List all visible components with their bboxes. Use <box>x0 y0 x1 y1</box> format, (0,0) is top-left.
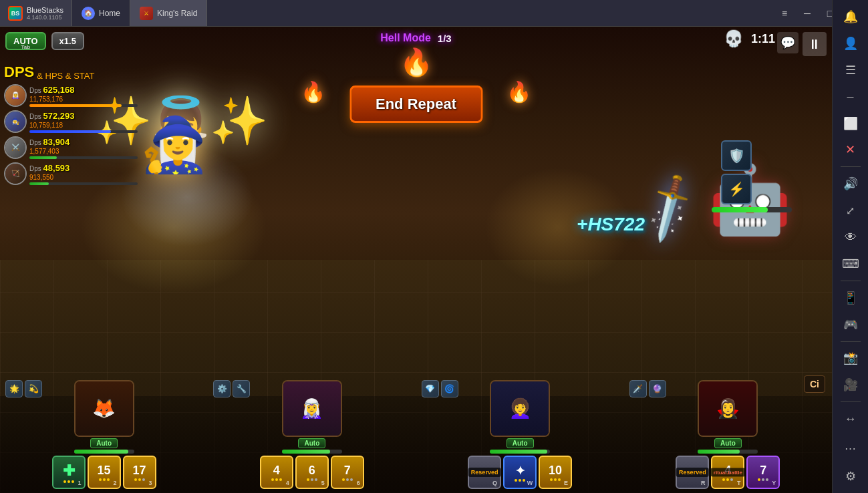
eye-icon[interactable]: 👁 <box>839 226 863 249</box>
hero4-health-bar <box>698 450 758 454</box>
hero-unit-1: 🦊 🌟 💫 Auto ✚ 1 15 <box>0 380 208 489</box>
hell-mode-info: Hell Mode 1/3 <box>380 32 451 44</box>
hero3-skill-3[interactable]: 10 E <box>539 456 572 489</box>
minimize-window-icon[interactable]: ─ <box>839 86 863 108</box>
ritual-badge-4: ritual.battle <box>711 468 745 477</box>
dps-header: DPS & HPS & STAT <box>4 63 138 81</box>
enemy-health-fill <box>712 207 768 212</box>
character-witch: 🧙‍♀️ <box>140 114 207 176</box>
hero-avatar-3: ⚔️ <box>4 136 27 159</box>
hero-unit-4: 🧛‍♀️ 🗡️ 🔮 Auto Reserved R 4 <box>624 380 832 489</box>
enemy-health-bar <box>712 207 792 212</box>
bluestacks-title: BlueStacks <box>27 6 63 14</box>
home-icon: 🏠 <box>82 7 95 20</box>
auto-button[interactable]: AUTO Tab <box>5 32 46 50</box>
pause-button[interactable]: ⏸ <box>803 32 827 56</box>
close-window-icon[interactable]: ✕ <box>839 138 863 161</box>
gamepad-icon[interactable]: 🎮 <box>839 313 863 336</box>
fullscreen-icon[interactable]: ⤢ <box>839 199 863 222</box>
speed-button[interactable]: x1.5 <box>51 32 84 50</box>
menu-btn[interactable]: ≡ <box>774 5 794 22</box>
dps-sub-4: 913,550 <box>29 174 138 181</box>
hero-unit-3: 👩‍🦱 💎 🌀 Auto Reserved Q ✦ <box>416 380 624 489</box>
dps-value-2: 572,293 <box>43 111 75 121</box>
reserved-badge-3: Reserved <box>468 468 501 477</box>
tab-label: Tab <box>21 44 30 50</box>
dps-value-4: 48,593 <box>43 163 70 173</box>
hero3-passive-icon: 💎 <box>422 380 439 397</box>
hero3-skill-2[interactable]: ✦ W <box>503 456 537 489</box>
camera-alt-icon[interactable]: 📸 <box>839 347 863 370</box>
more-options-icon[interactable]: … <box>839 434 863 457</box>
phone-icon[interactable]: 📱 <box>839 287 863 309</box>
dps-row-4: 🏹 Dps 48,593 913,550 <box>4 162 138 185</box>
bluestacks-tab[interactable]: BS BlueStacks 4.140.0.1105 <box>0 0 72 26</box>
kings-raid-label: King's Raid <box>157 9 197 18</box>
hero4-skills: Reserved R 4 ritual.battle T 7 Y <box>676 456 780 489</box>
hero-3-stats: Dps 83,904 1,577,403 <box>29 136 138 159</box>
hero3-auto-badge: Auto <box>507 438 534 448</box>
menu-icon[interactable]: ☰ <box>839 59 863 81</box>
bottom-ui: 🦊 🌟 💫 Auto ✚ 1 15 <box>0 396 832 493</box>
hero-avatar-4: 🏹 <box>4 162 27 185</box>
hero2-skills: 4 4 6 5 7 6 <box>260 456 364 489</box>
torch-left: 🔥 <box>301 80 325 104</box>
chat-button[interactable]: 💬 <box>777 32 799 53</box>
hero-portrait-2: 🧝‍♀️ <box>282 380 342 437</box>
damage-number: +HS722 <box>577 214 645 235</box>
hero1-skill-1[interactable]: ✚ 1 <box>52 456 86 489</box>
settings-icon[interactable]: ⚙ <box>839 465 863 488</box>
minimize-btn[interactable]: ─ <box>797 5 817 22</box>
hero3-skills: Reserved Q ✦ W 10 E <box>468 456 572 489</box>
hero2-skill-1[interactable]: 4 4 <box>260 456 293 489</box>
hero-portrait-4: 🧛‍♀️ <box>698 380 758 437</box>
hero1-skill-3[interactable]: 17 3 <box>123 456 156 489</box>
separator-1 <box>841 166 861 167</box>
hero2-skill-2[interactable]: 6 5 <box>295 456 329 489</box>
hero2-passive-icon2: 🔧 <box>233 380 250 397</box>
keyboard-icon[interactable]: ⌨ <box>839 253 863 275</box>
kings-raid-tab[interactable]: ⚔ King's Raid <box>130 0 207 26</box>
dps-sub-2: 10,759,118 <box>29 122 138 129</box>
transfer-icon[interactable]: ↔ <box>839 407 863 430</box>
hell-mode-label: Hell Mode <box>380 32 431 44</box>
home-label: Home <box>99 9 120 18</box>
hero-4-stats: Dps 48,593 913,550 <box>29 162 138 185</box>
separator-4 <box>841 401 861 402</box>
hero4-passive-icon2: 🔮 <box>649 380 666 397</box>
volume-icon[interactable]: 🔊 <box>839 172 863 195</box>
notification-icon[interactable]: 🔔 <box>839 5 863 28</box>
hero4-auto-badge: Auto <box>714 438 742 448</box>
dps-panel: DPS & HPS & STAT 🧝‍♀️ Dps 625,168 11,753… <box>4 63 138 188</box>
hero3-passive-icon2: 🌀 <box>441 380 458 397</box>
bluestacks-version: 4.140.0.1105 <box>27 14 63 21</box>
dps-row-2: 🧙‍♀️ Dps 572,293 10,759,118 <box>4 110 138 133</box>
resize-window-icon[interactable]: ⬜ <box>839 112 863 135</box>
skull-icon: 💀 <box>724 29 745 51</box>
hero1-skills: ✚ 1 15 2 17 3 <box>52 456 156 489</box>
end-repeat-button[interactable]: End Repeat <box>349 86 482 123</box>
hero1-health-bar <box>74 450 134 454</box>
hero1-passive-icon: 🌟 <box>5 380 23 397</box>
hero1-skill-2[interactable]: 15 2 <box>88 456 121 489</box>
hero3-skill-1[interactable]: Reserved Q <box>468 456 501 489</box>
dps-value-3: 83,904 <box>43 137 70 147</box>
profile-icon[interactable]: 👤 <box>839 32 863 55</box>
hero4-skill-3[interactable]: 7 Y <box>746 456 780 489</box>
hero-avatar-1: 🧝‍♀️ <box>4 84 27 107</box>
home-tab[interactable]: 🏠 Home <box>72 0 130 26</box>
enemy-skill-2: ⚡ <box>721 174 752 204</box>
hero4-skill-1[interactable]: Reserved R <box>676 456 709 489</box>
dps-value-1: 625,168 <box>43 85 75 95</box>
dps-row-3: ⚔️ Dps 83,904 1,577,403 <box>4 136 138 159</box>
timer-display: 1:11 <box>751 32 775 46</box>
torch-center: 🔥 <box>400 47 433 78</box>
separator-3 <box>841 341 861 342</box>
game-area: 🔥 🔥 🔥 ✨👼✨ 🧙‍♀️ 🗡️ 🤖 AUTO Tab x1.5 Hell M… <box>0 27 832 493</box>
video-icon[interactable]: 🎥 <box>839 373 863 396</box>
dps-sub-3: 1,577,403 <box>29 148 138 155</box>
titlebar: BS BlueStacks 4.140.0.1105 🏠 Home ⚔ King… <box>0 0 868 27</box>
enemy-skills-panel: 🛡️ ⚡ <box>721 140 752 204</box>
hero2-skill-3[interactable]: 7 6 <box>331 456 364 489</box>
hero4-skill-2[interactable]: 4 ritual.battle T <box>711 456 744 489</box>
